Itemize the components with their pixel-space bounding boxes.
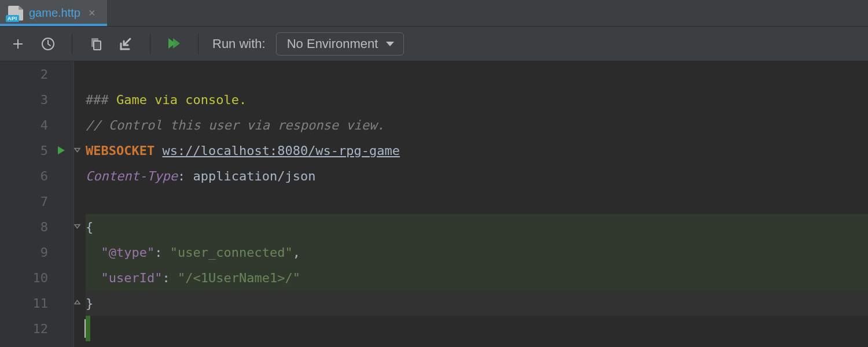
- plus-icon: [11, 37, 25, 51]
- gutter-line[interactable]: 11: [0, 290, 73, 316]
- code-line: ### Game via console.: [86, 87, 868, 112]
- separator: [198, 34, 198, 54]
- environment-select[interactable]: No Environment: [276, 32, 404, 56]
- gutter-line[interactable]: 6: [0, 163, 73, 189]
- separator: [72, 34, 72, 54]
- line-number: 7: [41, 194, 48, 209]
- line-number: 12: [33, 322, 49, 336]
- run-with-label: Run with:: [212, 36, 266, 51]
- tab-bar: API game.http ×: [0, 0, 868, 27]
- line-number: 8: [41, 220, 48, 234]
- chevron-down-icon: [386, 42, 394, 46]
- code-line: [86, 316, 868, 341]
- line-number: 5: [41, 143, 48, 158]
- run-all-button[interactable]: [164, 34, 184, 54]
- file-http-icon: API: [8, 6, 23, 21]
- import-icon: [119, 36, 134, 51]
- tab-title: game.http: [29, 6, 80, 20]
- code-area[interactable]: ### Game via console. // Control this us…: [74, 61, 868, 347]
- run-request-button[interactable]: [56, 145, 67, 156]
- gutter-line[interactable]: 7: [0, 189, 73, 214]
- line-number: 2: [41, 67, 48, 82]
- play-icon: [56, 145, 67, 156]
- separator: [150, 34, 150, 54]
- copy-button[interactable]: [86, 34, 106, 54]
- line-number: 3: [41, 93, 48, 107]
- toolbar: Run with: No Environment: [0, 27, 868, 61]
- gutter-line[interactable]: 2: [0, 61, 73, 87]
- gutter-line[interactable]: 5: [0, 138, 73, 163]
- add-request-button[interactable]: [8, 34, 28, 54]
- code-line: {: [86, 214, 868, 239]
- svg-rect-2: [94, 41, 101, 50]
- code-line: [86, 189, 868, 214]
- caret-gutter-highlight: [86, 316, 90, 341]
- tab-game-http[interactable]: API game.http ×: [0, 0, 107, 26]
- gutter-line[interactable]: 3: [0, 87, 73, 112]
- gutter-line[interactable]: 9: [0, 239, 73, 265]
- gutter-line[interactable]: 10: [0, 265, 73, 290]
- line-number: 11: [33, 296, 49, 311]
- editor[interactable]: 23456789101112 ### Game via console. // …: [0, 61, 868, 347]
- code-line: }: [86, 290, 868, 316]
- code-line: Content-Type: application/json: [86, 163, 868, 189]
- history-icon: [41, 36, 56, 51]
- line-number: 4: [41, 118, 48, 132]
- code-line: "@type": "user_connected",: [86, 239, 868, 265]
- code-line: "userId": "/<1UserName1>/": [86, 265, 868, 290]
- api-badge: API: [6, 15, 19, 22]
- copy-icon: [89, 36, 104, 51]
- line-number: 9: [41, 245, 48, 260]
- code-line: // Control this user via response view.: [86, 112, 868, 138]
- code-line: WEBSOCKET ws://localhost:8080/ws-rpg-gam…: [86, 138, 868, 163]
- code-line: [86, 61, 868, 87]
- line-number: 6: [41, 169, 48, 183]
- close-icon[interactable]: ×: [86, 6, 98, 20]
- environment-value: No Environment: [287, 36, 378, 51]
- gutter-line[interactable]: 8: [0, 214, 73, 239]
- gutter-line[interactable]: 4: [0, 112, 73, 138]
- import-button[interactable]: [116, 34, 136, 54]
- line-number: 10: [33, 271, 49, 285]
- history-button[interactable]: [38, 34, 58, 54]
- run-all-icon: [166, 36, 182, 52]
- gutter-line[interactable]: 12: [0, 316, 73, 341]
- gutter: 23456789101112: [0, 61, 74, 347]
